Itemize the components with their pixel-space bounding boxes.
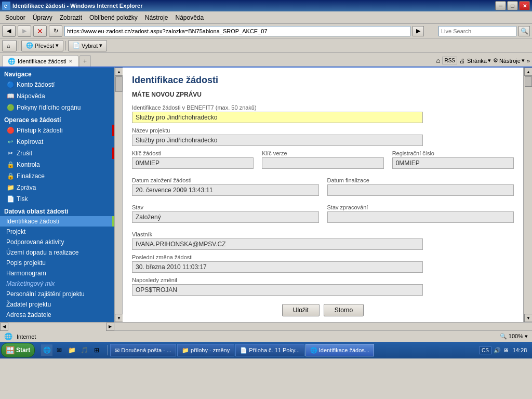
scroll-up-arrow[interactable]: ▲ [115,68,123,76]
home-icon[interactable]: ⌂ [436,57,441,64]
rss-icon[interactable]: RSS [442,57,457,64]
tools-button[interactable]: ⚙ Nástroje▾ [493,57,525,64]
sidebar-label-pokyny: Pokyny řídícího orgánu [17,104,81,111]
menu-zobrazit[interactable]: Zobrazit [57,13,85,22]
dates-row: Datum založení žádosti 20. července 2009… [132,177,514,200]
sidebar-item-kontrola[interactable]: 🔒 Kontrola [0,159,114,170]
sidebar-item-marketingovy[interactable]: Marketingový mix [0,278,114,289]
sidebar-item-projekt[interactable]: Projekt [0,227,114,237]
sidebar-label-popis: Popis projektu [6,259,46,267]
system-tray: CS 🔊 🖥 14:28 [477,347,531,354]
menu-upravy[interactable]: Úpravy [30,13,56,22]
sidebar-item-finalizace[interactable]: 🔒 Finalizace [0,170,114,182]
toolbar-sep-1 [19,41,19,50]
sidebar-item-zprava[interactable]: 📁 Zpráva [0,182,114,193]
content-scroll-down[interactable]: ▼ [524,314,532,322]
sidebar-item-osoby[interactable]: Osoby žadatele [0,320,114,322]
scroll-thumb[interactable] [115,76,123,92]
menu-oblibene[interactable]: Oblíbené položky [86,13,141,22]
toolbar-convert[interactable]: 🌐 Převést ▾ [21,40,63,51]
sidebar-item-konto[interactable]: 🔵 Konto žádostí [0,79,114,90]
lang-button[interactable]: CS [479,347,491,354]
more-quick-launch[interactable]: ⊞ [91,344,102,356]
sidebar-item-pristup[interactable]: 🔴 Přístup k žádosti [0,125,114,136]
sidebar-item-identifikace[interactable]: Identifikace žádosti [0,216,114,227]
sidebar-item-tisk[interactable]: 📄 Tisk [0,193,114,205]
sidebar-item-kopirovat[interactable]: ↩ Kopírovat [0,136,114,148]
sidebar-label-finalizace: Finalizace [17,172,45,180]
sidebar-item-personalni[interactable]: Personální zajištění projektu [0,289,114,299]
refresh-button[interactable]: ↻ [49,25,62,37]
content-scroll-up[interactable]: ▲ [524,68,532,76]
address-input[interactable] [64,26,410,36]
h-scroll-right[interactable]: ▶ [106,323,114,331]
mail-quick-launch[interactable]: ✉ [54,344,65,356]
taskbar-task-1[interactable]: ✉ Doručená pošta - ... [110,344,176,356]
tab-close-button[interactable]: ✕ [69,59,73,64]
datum-zalozeni-col: Datum založení žádosti 20. července 2009… [132,177,319,200]
window-controls: ─ □ ✕ [495,1,530,10]
print-icon[interactable]: 🖨 [459,58,465,64]
go-button[interactable]: ▶ [413,26,424,36]
toolbar-select[interactable]: 📄 Vybrat ▾ [68,40,107,51]
close-button[interactable]: ✕ [519,1,530,10]
naposledy-zmenil-label: Naposledy změnil [132,277,514,283]
taskbar-task-4[interactable]: 🌐 Identifikace žádos... [305,344,374,356]
ulozit-button[interactable]: Uložit [282,304,320,316]
toolbar-home[interactable]: ⌂ [2,40,17,51]
sidebar-item-zrusit[interactable]: ✂ Zrušit [0,148,114,159]
taskbar: 🪟 Start 🌐 ✉ 📁 🎵 ⊞ ✉ Doručená pošta - ...… [0,342,532,358]
sidebar-item-harmonogram[interactable]: Harmonogram [0,268,114,278]
status-right: 🔍 100% ▾ [500,333,528,340]
status-bar: 🌐 Internet 🔍 100% ▾ [0,330,532,342]
taskbar-task-3[interactable]: 📄 Příloha č. 11 Poky... [235,344,304,356]
search-input[interactable] [438,26,516,36]
menu-napoveda[interactable]: Nápověda [172,13,207,22]
extend-button[interactable]: » [527,58,530,64]
stop-button[interactable]: ✕ [33,25,47,37]
sidebar-item-adresa[interactable]: Adresa žadatele [0,310,114,320]
volume-icon[interactable]: 🔊 [494,347,501,354]
sidebar-item-napoveda[interactable]: 📖 Nápověda [0,90,114,102]
network-icon[interactable]: 🖥 [503,347,509,353]
scroll-down-arrow[interactable]: ▼ [115,314,123,322]
new-tab-button[interactable]: + [79,55,91,66]
scroll-track [115,76,122,314]
sidebar-item-zadatel[interactable]: Žadatel projektu [0,299,114,310]
search-button[interactable]: 🔍 [518,26,530,36]
klic-zadosti-col: Klíč žádosti 0MMIEP [132,150,254,173]
content-scroll-thumb[interactable] [525,76,532,87]
taskbar-task-2[interactable]: 📁 přílohy - změny [177,344,234,356]
vlastnik-value: IVANA.PRIHONSKA@MPSV.CZ [132,238,423,250]
restore-button[interactable]: □ [507,1,518,10]
sidebar-section-datova: Datová oblast žádosti [0,205,114,216]
action-buttons: Uložit Storno [132,304,514,316]
ie-quick-launch[interactable]: 🌐 [41,344,52,356]
sidebar-label-pristup: Přístup k žádosti [17,127,63,134]
posledni-zmena-label: Poslední změna žádosti [132,254,514,260]
sidebar-item-popis[interactable]: Popis projektu [0,258,114,268]
start-button[interactable]: 🪟 Start [1,343,35,357]
forward-button[interactable]: ▶ [18,25,31,37]
sidebar-item-podporovane[interactable]: Podporované aktivity [0,237,114,247]
content-scrollbar[interactable]: ▲ ▼ [524,68,532,322]
h-scroll-left[interactable]: ◀ [0,323,8,331]
storno-button[interactable]: Storno [324,304,364,316]
browser-tab[interactable]: 🌐 Identifikace žádosti ✕ [2,55,78,66]
horizontal-scrollbar[interactable]: ◀ ▶ [0,322,532,330]
menu-nastroje[interactable]: Nástroje [142,13,171,22]
id-benefit7-input[interactable] [132,112,423,123]
task4-icon: 🌐 [310,347,317,354]
minimize-button[interactable]: ─ [495,1,506,10]
media-quick-launch[interactable]: 🎵 [78,344,90,356]
sidebar-item-uzemi[interactable]: Území dopadu a realizace [0,247,114,258]
page-button[interactable]: Stránka▾ [467,57,491,64]
sidebar-label-konto: Konto žádostí [17,81,55,88]
datum-zalozeni-label: Datum založení žádosti [132,177,319,183]
sidebar-item-pokyny[interactable]: 🟢 Pokyny řídícího orgánu [0,102,114,113]
menu-soubor[interactable]: Soubor [2,13,29,22]
back-button[interactable]: ◀ [2,25,16,37]
sidebar-scrollbar[interactable]: ▲ ▼ [114,68,123,322]
sidebar-label-zprava: Zpráva [17,184,36,191]
folder-quick-launch[interactable]: 📁 [66,344,77,356]
